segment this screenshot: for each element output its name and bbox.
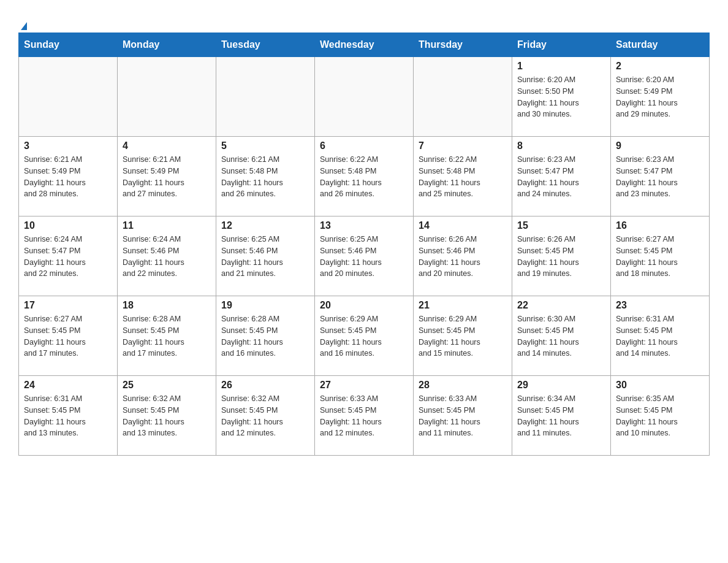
day-number: 25 [123,380,211,391]
day-info: Sunrise: 6:27 AM Sunset: 5:45 PM Dayligh… [24,313,112,359]
calendar-cell: 13Sunrise: 6:25 AM Sunset: 5:46 PM Dayli… [315,216,414,296]
calendar-week-row: 10Sunrise: 6:24 AM Sunset: 5:47 PM Dayli… [19,216,710,296]
day-info: Sunrise: 6:25 AM Sunset: 5:46 PM Dayligh… [320,234,408,280]
day-number: 21 [419,300,507,311]
page-header [18,12,710,26]
day-number: 22 [517,300,605,311]
day-number: 14 [419,220,507,231]
day-number: 18 [123,300,211,311]
day-info: Sunrise: 6:33 AM Sunset: 5:45 PM Dayligh… [320,393,408,439]
logo-arrow-icon [21,22,27,30]
day-number: 10 [24,220,112,231]
day-number: 7 [419,140,507,151]
day-number: 4 [123,140,211,151]
calendar-week-row: 3Sunrise: 6:21 AM Sunset: 5:49 PM Daylig… [19,137,710,216]
day-number: 30 [616,380,704,391]
calendar-cell: 5Sunrise: 6:21 AM Sunset: 5:48 PM Daylig… [216,137,315,216]
calendar-cell: 27Sunrise: 6:33 AM Sunset: 5:45 PM Dayli… [315,376,414,456]
weekday-header-sunday: Sunday [19,33,118,57]
calendar-cell: 29Sunrise: 6:34 AM Sunset: 5:45 PM Dayli… [512,376,611,456]
weekday-header-tuesday: Tuesday [216,33,315,57]
day-number: 3 [24,140,112,151]
day-info: Sunrise: 6:20 AM Sunset: 5:50 PM Dayligh… [517,74,605,120]
calendar-cell: 10Sunrise: 6:24 AM Sunset: 5:47 PM Dayli… [19,216,118,296]
calendar-cell [315,57,414,137]
day-info: Sunrise: 6:34 AM Sunset: 5:45 PM Dayligh… [517,393,605,439]
calendar-table: SundayMondayTuesdayWednesdayThursdayFrid… [18,33,710,456]
day-number: 11 [123,220,211,231]
day-info: Sunrise: 6:30 AM Sunset: 5:45 PM Dayligh… [517,313,605,359]
day-info: Sunrise: 6:27 AM Sunset: 5:45 PM Dayligh… [616,234,704,280]
weekday-header-saturday: Saturday [611,33,710,57]
day-info: Sunrise: 6:32 AM Sunset: 5:45 PM Dayligh… [123,393,211,439]
day-info: Sunrise: 6:25 AM Sunset: 5:46 PM Dayligh… [221,234,309,280]
day-number: 28 [419,380,507,391]
calendar-cell: 22Sunrise: 6:30 AM Sunset: 5:45 PM Dayli… [512,296,611,376]
calendar-cell: 9Sunrise: 6:23 AM Sunset: 5:47 PM Daylig… [611,137,710,216]
calendar-cell: 2Sunrise: 6:20 AM Sunset: 5:49 PM Daylig… [611,57,710,137]
calendar-cell: 17Sunrise: 6:27 AM Sunset: 5:45 PM Dayli… [19,296,118,376]
day-number: 29 [517,380,605,391]
day-number: 24 [24,380,112,391]
weekday-header-friday: Friday [512,33,611,57]
calendar-cell: 12Sunrise: 6:25 AM Sunset: 5:46 PM Dayli… [216,216,315,296]
calendar-cell: 1Sunrise: 6:20 AM Sunset: 5:50 PM Daylig… [512,57,611,137]
day-number: 27 [320,380,408,391]
day-number: 5 [221,140,309,151]
day-info: Sunrise: 6:31 AM Sunset: 5:45 PM Dayligh… [24,393,112,439]
day-number: 15 [517,220,605,231]
calendar-cell: 26Sunrise: 6:32 AM Sunset: 5:45 PM Dayli… [216,376,315,456]
day-info: Sunrise: 6:28 AM Sunset: 5:45 PM Dayligh… [123,313,211,359]
calendar-cell: 28Sunrise: 6:33 AM Sunset: 5:45 PM Dayli… [414,376,512,456]
calendar-cell: 23Sunrise: 6:31 AM Sunset: 5:45 PM Dayli… [611,296,710,376]
calendar-cell: 30Sunrise: 6:35 AM Sunset: 5:45 PM Dayli… [611,376,710,456]
day-number: 9 [616,140,704,151]
calendar-cell: 8Sunrise: 6:23 AM Sunset: 5:47 PM Daylig… [512,137,611,216]
day-info: Sunrise: 6:23 AM Sunset: 5:47 PM Dayligh… [517,154,605,200]
day-number: 2 [616,61,704,72]
calendar-cell: 20Sunrise: 6:29 AM Sunset: 5:45 PM Dayli… [315,296,414,376]
weekday-header-wednesday: Wednesday [315,33,414,57]
day-info: Sunrise: 6:20 AM Sunset: 5:49 PM Dayligh… [616,74,704,120]
day-info: Sunrise: 6:32 AM Sunset: 5:45 PM Dayligh… [221,393,309,439]
calendar-cell: 19Sunrise: 6:28 AM Sunset: 5:45 PM Dayli… [216,296,315,376]
calendar-week-row: 17Sunrise: 6:27 AM Sunset: 5:45 PM Dayli… [19,296,710,376]
day-info: Sunrise: 6:29 AM Sunset: 5:45 PM Dayligh… [419,313,507,359]
day-number: 13 [320,220,408,231]
calendar-cell: 14Sunrise: 6:26 AM Sunset: 5:46 PM Dayli… [414,216,512,296]
day-info: Sunrise: 6:29 AM Sunset: 5:45 PM Dayligh… [320,313,408,359]
day-number: 6 [320,140,408,151]
calendar-cell [118,57,216,137]
day-info: Sunrise: 6:22 AM Sunset: 5:48 PM Dayligh… [320,154,408,200]
day-number: 8 [517,140,605,151]
day-info: Sunrise: 6:33 AM Sunset: 5:45 PM Dayligh… [419,393,507,439]
calendar-cell: 6Sunrise: 6:22 AM Sunset: 5:48 PM Daylig… [315,137,414,216]
calendar-cell: 15Sunrise: 6:26 AM Sunset: 5:45 PM Dayli… [512,216,611,296]
calendar-cell: 3Sunrise: 6:21 AM Sunset: 5:49 PM Daylig… [19,137,118,216]
day-info: Sunrise: 6:26 AM Sunset: 5:46 PM Dayligh… [419,234,507,280]
day-number: 12 [221,220,309,231]
logo [18,18,40,26]
calendar-cell [19,57,118,137]
calendar-cell: 21Sunrise: 6:29 AM Sunset: 5:45 PM Dayli… [414,296,512,376]
day-number: 26 [221,380,309,391]
calendar-week-row: 24Sunrise: 6:31 AM Sunset: 5:45 PM Dayli… [19,376,710,456]
calendar-header-row: SundayMondayTuesdayWednesdayThursdayFrid… [19,33,710,57]
calendar-cell: 25Sunrise: 6:32 AM Sunset: 5:45 PM Dayli… [118,376,216,456]
day-info: Sunrise: 6:22 AM Sunset: 5:48 PM Dayligh… [419,154,507,200]
day-info: Sunrise: 6:35 AM Sunset: 5:45 PM Dayligh… [616,393,704,439]
calendar-week-row: 1Sunrise: 6:20 AM Sunset: 5:50 PM Daylig… [19,57,710,137]
calendar-cell: 7Sunrise: 6:22 AM Sunset: 5:48 PM Daylig… [414,137,512,216]
calendar-cell: 16Sunrise: 6:27 AM Sunset: 5:45 PM Dayli… [611,216,710,296]
weekday-header-monday: Monday [118,33,216,57]
calendar-cell: 24Sunrise: 6:31 AM Sunset: 5:45 PM Dayli… [19,376,118,456]
day-number: 20 [320,300,408,311]
day-info: Sunrise: 6:24 AM Sunset: 5:46 PM Dayligh… [123,234,211,280]
calendar-cell [216,57,315,137]
day-number: 1 [517,61,605,72]
day-number: 17 [24,300,112,311]
day-info: Sunrise: 6:31 AM Sunset: 5:45 PM Dayligh… [616,313,704,359]
calendar-cell: 4Sunrise: 6:21 AM Sunset: 5:49 PM Daylig… [118,137,216,216]
day-info: Sunrise: 6:28 AM Sunset: 5:45 PM Dayligh… [221,313,309,359]
day-number: 23 [616,300,704,311]
